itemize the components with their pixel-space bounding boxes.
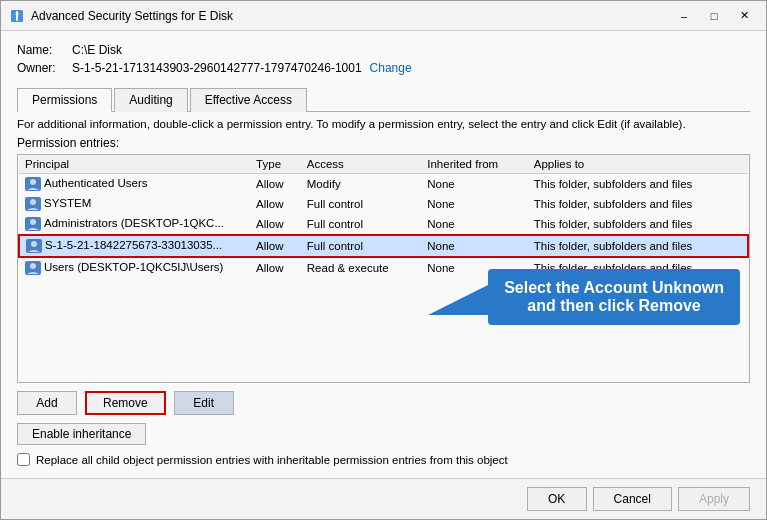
cell-principal: Administrators (DESKTOP-1QKC...: [19, 214, 250, 235]
col-principal: Principal: [19, 155, 250, 174]
cell-applies: This folder, subfolders and files: [528, 235, 748, 257]
annotation-tooltip: Select the Account Unknownand then click…: [488, 269, 740, 325]
cell-access: Full control: [301, 214, 421, 235]
cell-applies: This folder, subfolders and files: [528, 174, 748, 195]
change-link[interactable]: Change: [370, 61, 412, 75]
tab-bar: Permissions Auditing Effective Access: [17, 87, 750, 112]
bottom-section: Add Remove Edit Select the Account Unkno…: [17, 391, 750, 466]
table-row[interactable]: SYSTEMAllowFull controlNoneThis folder, …: [19, 194, 748, 214]
cell-type: Allow: [250, 257, 301, 278]
name-row: Name: C:\E Disk: [17, 43, 750, 57]
svg-point-11: [30, 263, 36, 269]
main-window: Advanced Security Settings for E Disk – …: [0, 0, 767, 520]
info-text: For additional information, double-click…: [17, 118, 750, 130]
footer: OK Cancel Apply: [1, 478, 766, 519]
cancel-button[interactable]: Cancel: [593, 487, 672, 511]
maximize-button[interactable]: □: [700, 6, 728, 26]
annotation-text: Select the Account Unknownand then click…: [504, 279, 724, 314]
svg-point-7: [30, 219, 36, 225]
cell-inherited: None: [421, 214, 528, 235]
owner-label: Owner:: [17, 61, 72, 75]
title-bar-buttons: – □ ✕: [670, 6, 758, 26]
cell-inherited: None: [421, 174, 528, 195]
svg-point-1: [16, 12, 19, 15]
col-inherited: Inherited from: [421, 155, 528, 174]
title-bar: Advanced Security Settings for E Disk – …: [1, 1, 766, 31]
owner-row: Owner: S-1-5-21-1713143903-2960142777-17…: [17, 61, 750, 75]
tab-effective-access[interactable]: Effective Access: [190, 88, 307, 112]
cell-principal: Authenticated Users: [19, 174, 250, 195]
checkbox-row: Replace all child object permission entr…: [17, 453, 750, 466]
title-bar-left: Advanced Security Settings for E Disk: [9, 8, 233, 24]
cell-type: Allow: [250, 174, 301, 195]
cell-applies: This folder, subfolders and files: [528, 214, 748, 235]
cell-access: Full control: [301, 194, 421, 214]
table-row[interactable]: S-1-5-21-1842275673-33013035...AllowFull…: [19, 235, 748, 257]
col-access: Access: [301, 155, 421, 174]
svg-point-5: [30, 199, 36, 205]
ok-button[interactable]: OK: [527, 487, 587, 511]
cell-type: Allow: [250, 214, 301, 235]
cell-applies: This folder, subfolders and files: [528, 194, 748, 214]
table-row[interactable]: Authenticated UsersAllowModifyNoneThis f…: [19, 174, 748, 195]
replace-checkbox[interactable]: [17, 453, 30, 466]
content-area: Name: C:\E Disk Owner: S-1-5-21-17131439…: [1, 31, 766, 478]
svg-point-3: [30, 179, 36, 185]
cell-type: Allow: [250, 194, 301, 214]
owner-value: S-1-5-21-1713143903-2960142777-179747024…: [72, 61, 362, 75]
table-header-row: Principal Type Access Inherited from App…: [19, 155, 748, 174]
edit-button[interactable]: Edit: [174, 391, 234, 415]
add-button[interactable]: Add: [17, 391, 77, 415]
cell-access: Read & execute: [301, 257, 421, 278]
cell-inherited: None: [421, 194, 528, 214]
cell-principal: SYSTEM: [19, 194, 250, 214]
name-value: C:\E Disk: [72, 43, 122, 57]
window-title: Advanced Security Settings for E Disk: [31, 9, 233, 23]
enable-inheritance-button[interactable]: Enable inheritance: [17, 423, 146, 445]
close-button[interactable]: ✕: [730, 6, 758, 26]
action-buttons: Add Remove Edit Select the Account Unkno…: [17, 391, 750, 415]
tab-permissions[interactable]: Permissions: [17, 88, 112, 112]
cell-inherited: None: [421, 235, 528, 257]
permissions-table: Principal Type Access Inherited from App…: [18, 155, 749, 278]
cell-type: Allow: [250, 235, 301, 257]
cell-access: Modify: [301, 174, 421, 195]
cell-principal: Users (DESKTOP-1QKC5IJ\Users): [19, 257, 250, 278]
table-row[interactable]: Administrators (DESKTOP-1QKC...AllowFull…: [19, 214, 748, 235]
remove-button[interactable]: Remove: [85, 391, 166, 415]
apply-button[interactable]: Apply: [678, 487, 750, 511]
cell-access: Full control: [301, 235, 421, 257]
tab-auditing[interactable]: Auditing: [114, 88, 187, 112]
minimize-button[interactable]: –: [670, 6, 698, 26]
window-icon: [9, 8, 25, 24]
col-applies: Applies to: [528, 155, 748, 174]
replace-checkbox-label: Replace all child object permission entr…: [36, 454, 508, 466]
col-type: Type: [250, 155, 301, 174]
cell-principal: S-1-5-21-1842275673-33013035...: [19, 235, 250, 257]
name-label: Name:: [17, 43, 72, 57]
perm-entries-label: Permission entries:: [17, 136, 750, 150]
svg-point-9: [31, 241, 37, 247]
